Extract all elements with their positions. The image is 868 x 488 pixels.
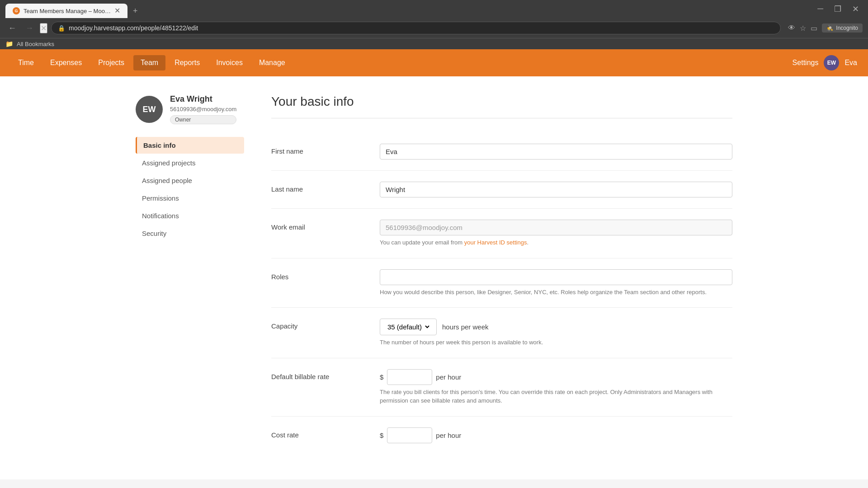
settings-link[interactable]: Settings bbox=[793, 59, 819, 67]
nav-expenses[interactable]: Expenses bbox=[43, 55, 89, 70]
bookmark-icon[interactable]: ☆ bbox=[800, 24, 806, 33]
tab-favicon: G bbox=[13, 7, 20, 14]
sidebar-avatar: EW bbox=[136, 96, 163, 123]
sidebar-nav: Basic info Assigned projects Assigned pe… bbox=[136, 137, 244, 242]
sidebar-profile: EW Eva Wright 56109936@moodjoy.com Owner bbox=[136, 94, 244, 124]
url-input[interactable] bbox=[69, 24, 774, 32]
billable-rate-symbol: $ bbox=[380, 373, 383, 381]
nav-reports[interactable]: Reports bbox=[167, 55, 207, 70]
incognito-label: Incognito bbox=[836, 25, 858, 31]
work-email-field: You can update your email from your Harv… bbox=[380, 220, 732, 247]
cost-rate-symbol: $ bbox=[380, 432, 383, 439]
capacity-row: Capacity 35 (default) hours per week The… bbox=[271, 308, 732, 358]
nav-projects[interactable]: Projects bbox=[91, 55, 132, 70]
cost-rate-label: Cost rate bbox=[271, 427, 362, 439]
browser-toolbar: ← → ✕ 🔒 👁 ☆ ▭ 🕵 Incognito bbox=[0, 18, 868, 38]
billable-rate-label: Default billable rate bbox=[271, 369, 362, 380]
work-email-hint-prefix: You can update your email from bbox=[380, 239, 464, 246]
roles-row: Roles How you would describe this person… bbox=[271, 258, 732, 308]
sidebar-item-assigned-projects[interactable]: Assigned projects bbox=[136, 155, 244, 171]
capacity-dropdown[interactable]: 35 (default) bbox=[380, 319, 437, 335]
first-name-row: First name bbox=[271, 133, 732, 171]
nav-team[interactable]: Team bbox=[133, 55, 165, 70]
nav-manage[interactable]: Manage bbox=[252, 55, 292, 70]
last-name-label: Last name bbox=[271, 182, 362, 193]
reload-button[interactable]: ✕ bbox=[40, 23, 47, 33]
last-name-input[interactable] bbox=[380, 182, 732, 197]
sidebar-item-basic-info[interactable]: Basic info bbox=[136, 137, 244, 154]
nav-right: Settings EW Eva bbox=[793, 55, 857, 70]
page-title: Your basic info bbox=[271, 94, 732, 118]
maximize-button[interactable]: ❐ bbox=[830, 3, 845, 15]
first-name-label: First name bbox=[271, 144, 362, 155]
user-avatar-nav: EW bbox=[824, 55, 839, 70]
sidebar-info: Eva Wright 56109936@moodjoy.com Owner bbox=[170, 94, 236, 124]
sidebar-item-notifications[interactable]: Notifications bbox=[136, 207, 244, 224]
browser-tabs: G Team Members Manage – Moo… ✕ + ─ ❐ ✕ bbox=[0, 0, 868, 18]
cost-rate-row: Cost rate $ per hour bbox=[271, 417, 732, 454]
sidebar-item-security[interactable]: Security bbox=[136, 225, 244, 242]
bookmarks-label: All Bookmarks bbox=[17, 41, 54, 47]
cost-rate-per-label: per hour bbox=[436, 432, 461, 439]
address-bar[interactable]: 🔒 bbox=[51, 22, 781, 34]
cost-rate-controls: $ per hour bbox=[380, 427, 732, 443]
toolbar-icons: 👁 ☆ ▭ 🕵 Incognito bbox=[788, 23, 863, 33]
new-tab-button[interactable]: + bbox=[129, 5, 142, 18]
sidebar-icon[interactable]: ▭ bbox=[811, 24, 817, 33]
cost-rate-input[interactable] bbox=[387, 427, 432, 443]
forward-button[interactable]: → bbox=[23, 22, 36, 35]
sidebar-owner-badge: Owner bbox=[170, 115, 236, 124]
last-name-row: Last name bbox=[271, 171, 732, 209]
sidebar-item-assigned-people[interactable]: Assigned people bbox=[136, 172, 244, 189]
browser-tab-active[interactable]: G Team Members Manage – Moo… ✕ bbox=[5, 4, 127, 18]
roles-input[interactable] bbox=[380, 269, 732, 285]
back-button[interactable]: ← bbox=[5, 22, 19, 35]
first-name-input[interactable] bbox=[380, 144, 732, 160]
billable-rate-controls: $ per hour bbox=[380, 369, 732, 385]
nav-time[interactable]: Time bbox=[11, 55, 41, 70]
work-email-row: Work email You can update your email fro… bbox=[271, 209, 732, 258]
billable-rate-hint: The rate you bill clients for this perso… bbox=[380, 388, 732, 405]
top-nav: Time Expenses Projects Team Reports Invo… bbox=[0, 49, 868, 76]
capacity-units-label: hours per week bbox=[442, 323, 489, 331]
nav-invoices[interactable]: Invoices bbox=[209, 55, 250, 70]
capacity-hint: The number of hours per week this person… bbox=[380, 338, 732, 347]
bookmarks-bar: 📁 All Bookmarks bbox=[0, 38, 868, 49]
sidebar-user-email: 56109936@moodjoy.com bbox=[170, 106, 236, 113]
close-window-button[interactable]: ✕ bbox=[849, 3, 863, 15]
user-name-nav[interactable]: Eva bbox=[844, 59, 857, 67]
billable-rate-input[interactable] bbox=[387, 369, 432, 385]
harvest-id-settings-link[interactable]: your Harvest ID settings bbox=[464, 239, 527, 246]
bookmarks-folder-icon: 📁 bbox=[5, 40, 13, 47]
eye-slash-icon: 👁 bbox=[788, 24, 795, 32]
minimize-button[interactable]: ─ bbox=[814, 3, 827, 15]
basic-info-form: First name Last name Work email bbox=[271, 133, 732, 454]
incognito-icon: 🕵 bbox=[826, 25, 833, 31]
last-name-field bbox=[380, 182, 732, 197]
billable-rate-field: $ per hour The rate you bill clients for… bbox=[380, 369, 732, 405]
window-controls: ─ ❐ ✕ bbox=[814, 3, 863, 19]
nav-links: Time Expenses Projects Team Reports Invo… bbox=[11, 55, 793, 70]
first-name-field bbox=[380, 144, 732, 160]
lock-icon: 🔒 bbox=[58, 25, 65, 32]
cost-rate-field: $ per hour bbox=[380, 427, 732, 443]
sidebar: EW Eva Wright 56109936@moodjoy.com Owner… bbox=[136, 94, 244, 454]
main-content: Your basic info First name Last name bbox=[271, 94, 732, 454]
work-email-hint: You can update your email from your Harv… bbox=[380, 238, 732, 247]
app: Time Expenses Projects Team Reports Invo… bbox=[0, 49, 868, 479]
page-layout: EW Eva Wright 56109936@moodjoy.com Owner… bbox=[118, 76, 750, 472]
sidebar-user-name: Eva Wright bbox=[170, 94, 236, 104]
roles-field: How you would describe this person, like… bbox=[380, 269, 732, 297]
capacity-label: Capacity bbox=[271, 319, 362, 330]
sidebar-item-permissions[interactable]: Permissions bbox=[136, 190, 244, 206]
roles-label: Roles bbox=[271, 269, 362, 281]
capacity-field: 35 (default) hours per week The number o… bbox=[380, 319, 732, 347]
work-email-input[interactable] bbox=[380, 220, 732, 235]
browser-chrome: G Team Members Manage – Moo… ✕ + ─ ❐ ✕ ←… bbox=[0, 0, 868, 49]
capacity-controls: 35 (default) hours per week bbox=[380, 319, 732, 335]
billable-rate-row: Default billable rate $ per hour The rat… bbox=[271, 358, 732, 417]
work-email-hint-suffix: . bbox=[527, 239, 528, 246]
capacity-select-input[interactable]: 35 (default) bbox=[386, 323, 431, 331]
tab-close-button[interactable]: ✕ bbox=[114, 7, 120, 14]
incognito-badge: 🕵 Incognito bbox=[822, 23, 863, 33]
